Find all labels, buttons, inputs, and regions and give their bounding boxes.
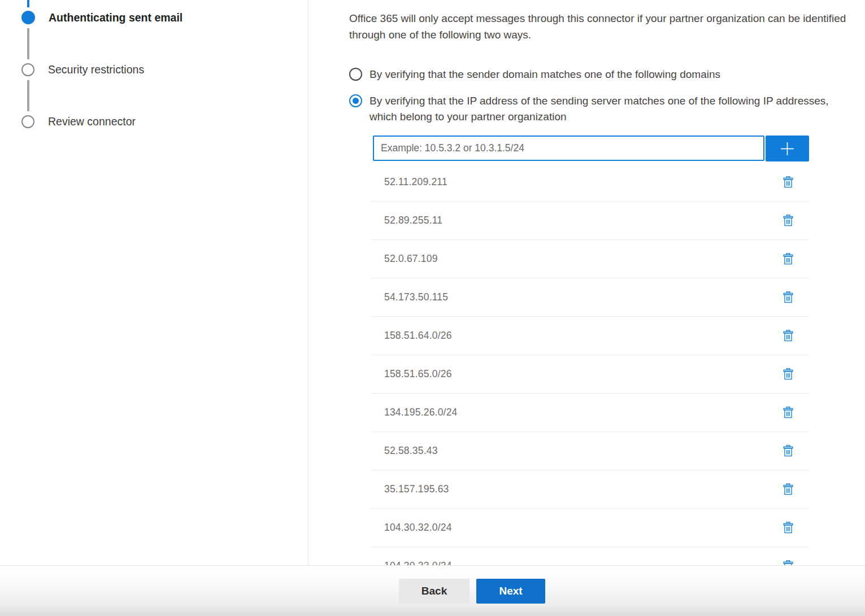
trash-icon bbox=[783, 330, 793, 342]
trash-icon bbox=[783, 483, 793, 495]
ip-address-row: 158.51.64.0/26 bbox=[371, 317, 809, 355]
main-content: Office 365 will only accept messages thr… bbox=[349, 0, 860, 586]
ip-address-list: 52.11.209.211 52.89.255.11 bbox=[371, 163, 809, 586]
trash-icon bbox=[783, 291, 793, 303]
add-ip-button[interactable] bbox=[766, 136, 809, 161]
ip-address-value: 134.195.26.0/24 bbox=[384, 407, 458, 418]
delete-ip-button[interactable] bbox=[782, 405, 794, 420]
delete-ip-button[interactable] bbox=[782, 521, 794, 535]
step-connector-line bbox=[27, 28, 29, 59]
step-state-icon bbox=[21, 63, 34, 76]
radio-button-icon[interactable] bbox=[349, 94, 362, 107]
trash-icon bbox=[783, 176, 793, 188]
ip-address-row: 54.173.50.115 bbox=[371, 278, 809, 317]
trash-icon bbox=[783, 522, 793, 534]
trash-icon bbox=[783, 445, 793, 457]
ip-address-value: 52.0.67.109 bbox=[384, 253, 438, 265]
ip-address-value: 35.157.195.63 bbox=[384, 483, 449, 495]
ip-address-row: 52.11.209.211 bbox=[371, 163, 809, 202]
ip-address-row: 52.89.255.11 bbox=[371, 202, 809, 240]
ip-address-value: 52.89.255.11 bbox=[384, 215, 442, 226]
wizard-step: Security restrictions bbox=[21, 63, 144, 76]
ip-address-value: 52.11.209.211 bbox=[384, 176, 447, 188]
trash-icon bbox=[783, 368, 793, 380]
delete-ip-button[interactable] bbox=[782, 175, 794, 189]
step-label: Security restrictions bbox=[48, 63, 144, 76]
radio-option[interactable]: By verifying that the IP address of the … bbox=[349, 93, 860, 125]
verification-options-group: By verifying that the sender domain matc… bbox=[349, 67, 860, 125]
radio-button-icon[interactable] bbox=[349, 68, 362, 81]
wizard-steps-sidebar: Authenticating sent email Security restr… bbox=[0, 0, 308, 565]
ip-address-row: 35.157.195.63 bbox=[371, 470, 809, 509]
delete-ip-button[interactable] bbox=[782, 213, 794, 228]
ip-address-row: 52.58.35.43 bbox=[371, 432, 809, 470]
radio-option-label: By verifying that the sender domain matc… bbox=[370, 67, 720, 82]
delete-ip-button[interactable] bbox=[782, 329, 794, 343]
ip-address-row: 104.30.32.0/24 bbox=[371, 509, 809, 547]
delete-ip-button[interactable] bbox=[782, 444, 794, 458]
delete-ip-button[interactable] bbox=[782, 252, 794, 266]
trash-icon bbox=[783, 253, 793, 265]
ip-address-value: 158.51.65.0/26 bbox=[384, 368, 452, 380]
ip-input-row bbox=[373, 136, 860, 161]
trash-icon bbox=[783, 407, 793, 418]
step-connector-line-completed bbox=[27, 0, 29, 7]
radio-option-label: By verifying that the IP address of the … bbox=[370, 93, 834, 125]
radio-selected-dot bbox=[353, 98, 359, 104]
step-state-icon bbox=[21, 11, 35, 24]
step-state-icon bbox=[21, 115, 34, 128]
step-label: Authenticating sent email bbox=[49, 11, 182, 24]
ip-address-row: 52.0.67.109 bbox=[371, 240, 809, 278]
ip-address-value: 54.173.50.115 bbox=[384, 291, 448, 303]
wizard-step: Authenticating sent email bbox=[21, 11, 182, 24]
ip-address-input[interactable] bbox=[373, 136, 764, 161]
delete-ip-button[interactable] bbox=[782, 290, 794, 304]
ip-address-value: 158.51.64.0/26 bbox=[384, 330, 452, 342]
radio-option[interactable]: By verifying that the sender domain matc… bbox=[349, 67, 860, 82]
intro-text: Office 365 will only accept messages thr… bbox=[349, 11, 860, 43]
trash-icon bbox=[783, 215, 793, 226]
ip-address-value: 52.58.35.43 bbox=[384, 445, 438, 457]
ip-address-row: 158.51.65.0/26 bbox=[371, 355, 809, 394]
delete-ip-button[interactable] bbox=[782, 482, 794, 496]
connector-wizard-page: Authenticating sent email Security restr… bbox=[0, 0, 865, 616]
back-button[interactable]: Back bbox=[399, 579, 470, 604]
plus-icon bbox=[780, 141, 795, 156]
wizard-step: Review connector bbox=[21, 115, 136, 128]
delete-ip-button[interactable] bbox=[782, 367, 794, 381]
next-button[interactable]: Next bbox=[476, 579, 545, 604]
ip-address-row: 134.195.26.0/24 bbox=[371, 394, 809, 432]
ip-address-value: 104.30.32.0/24 bbox=[384, 522, 452, 534]
step-connector-line bbox=[27, 80, 29, 111]
wizard-footer: Back Next bbox=[0, 565, 865, 616]
step-label: Review connector bbox=[48, 115, 136, 128]
